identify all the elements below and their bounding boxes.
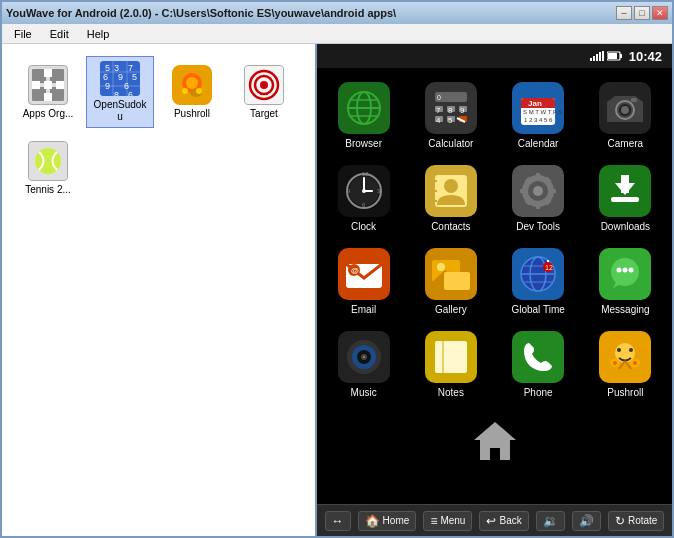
svg-text:0: 0 [437,94,441,101]
svg-text:S M T W T F S: S M T W T F S [523,109,562,115]
android-app-clock[interactable]: 12 3 6 9 Clock [321,159,406,238]
android-devtools-icon [512,165,564,217]
android-clock-icon: 12 3 6 9 [338,165,390,217]
vol-down-icon: 🔉 [543,514,558,528]
svg-point-155 [633,361,637,365]
android-downloads-icon [599,165,651,217]
menu-help[interactable]: Help [79,26,118,42]
maximize-button[interactable]: □ [634,6,650,20]
menu-edit[interactable]: Edit [42,26,77,42]
android-app-browser[interactable]: Browser [321,76,406,155]
svg-rect-107 [611,197,639,202]
android-app-contacts[interactable]: Contacts [408,159,493,238]
svg-rect-99 [536,203,540,209]
main-content: Apps Org... 537 695 96 86 [2,44,672,536]
svg-text:9: 9 [118,72,123,82]
svg-marker-158 [474,422,516,460]
svg-rect-7 [32,81,40,89]
vol-up-icon: 🔊 [579,514,594,528]
menu-button[interactable]: ≡ Menu [423,511,472,531]
back-icon: ↩ [486,514,496,528]
android-app-messaging[interactable]: Messaging [583,242,668,321]
android-email-label: Email [351,304,376,315]
android-app-downloads[interactable]: Downloads [583,159,668,238]
svg-text:5: 5 [448,116,453,125]
android-apps-row4: Music [321,325,668,404]
android-music-label: Music [351,387,377,398]
svg-text:1  2  3  4  5  6: 1 2 3 4 5 6 [524,117,553,123]
svg-point-151 [629,348,633,352]
android-globaltime-icon: 12 [512,248,564,300]
rotate-button[interactable]: ↻ Rotate [608,511,664,531]
back-back-button[interactable]: ↔ [325,511,351,531]
android-app-camera[interactable]: Camera [583,76,668,155]
back-button[interactable]: ↩ Back [479,511,528,531]
svg-rect-42 [608,53,617,59]
svg-point-28 [196,88,202,94]
android-camera-icon [599,82,651,134]
svg-rect-100 [520,189,526,193]
menu-file[interactable]: File [6,26,40,42]
android-app-devtools[interactable]: Dev Tools [496,159,581,238]
pc-app-opensudoku[interactable]: 537 695 96 86 OpenSudoku [86,56,154,128]
svg-point-27 [182,88,188,94]
svg-text:5: 5 [132,72,137,82]
close-button[interactable]: ✕ [652,6,668,20]
pc-app-pushroll-label: Pushroll [174,108,210,120]
android-messaging-label: Messaging [601,304,649,315]
pc-app-pushroll[interactable]: Pushroll [158,56,226,128]
android-app-notes[interactable]: Notes [408,325,493,404]
android-calendar-label: Calendar [518,138,559,149]
android-status-bar: 10:42 [317,44,672,68]
vol-up-button[interactable]: 🔊 [572,511,601,531]
android-app-phone[interactable]: Phone [496,325,581,404]
status-icons [590,51,623,61]
minimize-button[interactable]: – [616,6,632,20]
svg-rect-4 [44,69,52,77]
android-browser-icon [338,82,390,134]
android-downloads-label: Downloads [601,221,650,232]
svg-rect-5 [44,81,52,89]
android-messaging-icon [599,248,651,300]
left-panel: Apps Org... 537 695 96 86 [2,44,317,536]
android-app-globaltime[interactable]: 12 Global Time [496,242,581,321]
svg-rect-35 [590,58,592,61]
android-app-gallery[interactable]: Gallery [408,242,493,321]
svg-point-150 [617,348,621,352]
pc-app-target[interactable]: Target [230,56,298,128]
svg-text:7: 7 [436,106,441,115]
svg-rect-141 [435,341,467,373]
pc-app-target-label: Target [250,108,278,120]
svg-point-34 [35,148,61,174]
pc-app-opensudoku-label: OpenSudoku [91,99,149,123]
svg-text:12: 12 [362,171,369,177]
svg-text:12: 12 [545,264,553,271]
pc-app-tennis-icon [28,141,68,181]
android-contacts-icon [425,165,477,217]
android-browser-label: Browser [345,138,382,149]
svg-text:@: @ [351,266,359,275]
android-app-music[interactable]: Music [321,325,406,404]
pc-app-appsorg[interactable]: Apps Org... [14,56,82,128]
android-music-icon [338,331,390,383]
android-clock: 10:42 [629,49,662,64]
android-app-pushroll[interactable]: Pushroll [583,325,668,404]
svg-rect-6 [44,93,52,101]
svg-rect-36 [593,56,595,61]
pc-app-tennis[interactable]: Tennis 2... [14,132,82,204]
android-app-email[interactable]: @ Email [321,242,406,321]
android-pushroll-icon [599,331,651,383]
android-apps-row3: @ Email [321,242,668,321]
svg-text:8: 8 [114,90,119,97]
svg-point-131 [617,268,622,273]
vol-down-button[interactable]: 🔉 [536,511,565,531]
android-app-calculator[interactable]: 0 7 8 9 4 5 Calculator [408,76,493,155]
menu-label: Menu [440,515,465,526]
rotate-label: Rotate [628,515,657,526]
home-button[interactable]: 🏠 Home [358,511,417,531]
svg-rect-118 [444,272,470,290]
svg-text:8: 8 [448,106,453,115]
android-app-calendar[interactable]: Jan S M T W T F S 1 2 3 4 5 6 Calendar [496,76,581,155]
svg-rect-8 [56,81,64,89]
home-icon: 🏠 [365,514,380,528]
